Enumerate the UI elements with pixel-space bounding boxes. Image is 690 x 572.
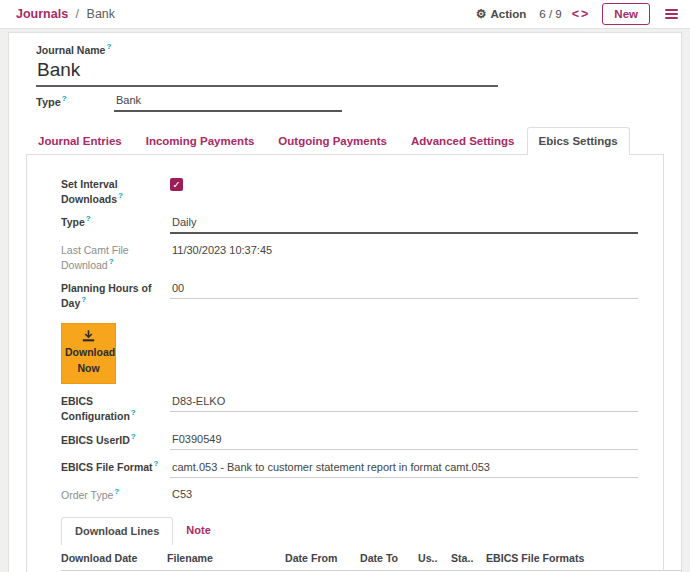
column-header-date-from[interactable]: Date From — [285, 545, 360, 571]
help-icon[interactable]: ? — [154, 459, 159, 468]
journal-type-input[interactable]: Bank — [114, 94, 342, 112]
tab-journal-entries[interactable]: Journal Entries — [26, 127, 134, 155]
set-interval-downloads-label: Set Interval Downloads? — [61, 177, 170, 206]
journal-name-label: Journal Name? — [36, 42, 664, 56]
help-icon[interactable]: ? — [114, 487, 119, 496]
order-type-label: Order Type? — [61, 487, 170, 502]
download-icon — [82, 330, 95, 342]
tab-incoming-payments[interactable]: Incoming Payments — [134, 127, 267, 155]
ebics-userid-label: EBICS UserID? — [61, 432, 170, 447]
ebics-configuration-input[interactable]: D83-ELKO — [170, 395, 638, 412]
column-header-state[interactable]: Sta.. — [451, 545, 486, 571]
journal-header-form: Journal Name? Bank Type? Bank — [26, 42, 664, 112]
tab-outgoing-payments[interactable]: Outgoing Payments — [266, 127, 399, 155]
planning-hours-row: Planning Hours of Day? 00 — [61, 281, 638, 310]
ebics-file-format-row: EBICS File Format? camt.053 - Bank to cu… — [61, 459, 638, 478]
ebics-userid-input[interactable]: F0390549 — [170, 433, 638, 450]
help-icon[interactable]: ? — [109, 257, 114, 266]
inner-tabs: Download Lines Note — [61, 517, 638, 545]
planning-hours-label: Planning Hours of Day? — [61, 281, 170, 310]
last-camt-file-download-value: 11/30/2023 10:37:45 — [170, 244, 638, 258]
column-header-download-date[interactable]: Download Date — [61, 545, 167, 571]
notebook-tabs: Journal Entries Incoming Payments Outgoi… — [26, 127, 664, 155]
ebics-file-format-select[interactable]: camt.053 - Bank to customer statement re… — [170, 461, 638, 478]
action-label: Action — [491, 8, 527, 20]
gear-icon: ⚙ — [476, 8, 487, 20]
ebics-userid-row: EBICS UserID? F0390549 — [61, 432, 638, 451]
menu-icon[interactable] — [663, 7, 680, 21]
tab-note[interactable]: Note — [173, 517, 223, 545]
journal-name-input[interactable]: Bank — [36, 56, 498, 87]
new-button[interactable]: New — [602, 3, 650, 25]
help-icon[interactable]: ? — [131, 432, 136, 441]
pager-previous-icon[interactable]: < — [571, 7, 580, 21]
help-icon[interactable]: ? — [106, 42, 111, 51]
help-icon[interactable]: ? — [81, 295, 86, 304]
breadcrumb-journals[interactable]: Journals — [16, 7, 68, 21]
breadcrumb-separator: / — [76, 7, 79, 21]
tab-download-lines[interactable]: Download Lines — [61, 517, 173, 545]
journal-type-row: Type? Bank — [36, 94, 664, 112]
ebics-file-format-label: EBICS File Format? — [61, 459, 170, 474]
help-icon[interactable]: ? — [86, 214, 91, 223]
pager-next-icon[interactable]: > — [580, 7, 589, 21]
record-pager: 6 / 9 <> — [539, 7, 589, 21]
help-icon[interactable]: ? — [118, 191, 123, 200]
column-header-user[interactable]: Us.. — [418, 545, 451, 571]
interval-type-label: Type? — [61, 214, 170, 229]
column-header-actions — [629, 545, 681, 571]
order-type-row: Order Type? C53 — [61, 487, 638, 503]
table-header-row: Download Date Filename Date From Date To… — [61, 545, 681, 571]
set-interval-downloads-checkbox[interactable]: ✓ — [170, 178, 183, 191]
interval-type-row: Type? Daily — [61, 214, 638, 234]
tab-advanced-settings[interactable]: Advanced Settings — [399, 127, 527, 155]
topbar-right: ⚙ Action 6 / 9 <> New — [476, 3, 680, 25]
breadcrumb: Journals / Bank — [16, 7, 115, 21]
order-type-value: C53 — [170, 488, 638, 502]
ebics-settings-pane: Set Interval Downloads? ✓ Type? Daily La… — [26, 154, 664, 572]
download-now-button[interactable]: Download Now — [61, 323, 116, 385]
action-menu-button[interactable]: ⚙ Action — [476, 8, 527, 20]
check-icon: ✓ — [173, 179, 181, 190]
column-header-filename[interactable]: Filename — [167, 545, 285, 571]
ebics-configuration-row: EBICS Configuration? D83-ELKO — [61, 394, 638, 423]
last-camt-file-download-label: Last Camt File Download? — [61, 243, 170, 272]
help-icon[interactable]: ? — [62, 94, 67, 103]
download-lines-table: Download Date Filename Date From Date To… — [61, 545, 681, 572]
column-header-date-to[interactable]: Date To — [360, 545, 418, 571]
tab-ebics-settings[interactable]: Ebics Settings — [527, 127, 630, 155]
interval-type-select[interactable]: Daily — [170, 216, 638, 234]
journal-type-label: Type? — [36, 94, 92, 112]
last-camt-file-download-row: Last Camt File Download? 11/30/2023 10:3… — [61, 243, 638, 272]
planning-hours-input[interactable]: 00 — [170, 282, 638, 299]
top-control-bar: Journals / Bank ⚙ Action 6 / 9 <> New — [0, 0, 690, 29]
help-icon[interactable]: ? — [131, 408, 136, 417]
pager-chevrons: <> — [571, 7, 590, 21]
set-interval-downloads-row: Set Interval Downloads? ✓ — [61, 174, 638, 206]
ebics-configuration-label: EBICS Configuration? — [61, 394, 170, 423]
column-header-ebics-file-formats[interactable]: EBICS File Formats — [486, 545, 629, 571]
form-sheet: Journal Name? Bank Type? Bank Journal En… — [8, 32, 682, 572]
pager-value: 6 / 9 — [539, 8, 561, 20]
breadcrumb-current: Bank — [87, 7, 116, 21]
download-now-label: Download Now — [65, 346, 115, 374]
